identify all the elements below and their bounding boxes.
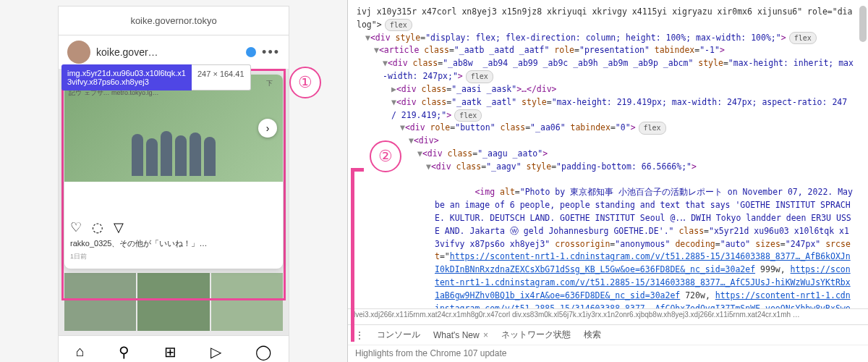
add-icon[interactable]: ⊞: [164, 343, 176, 361]
thumbnail[interactable]: [137, 273, 209, 331]
post-card: 東京都… 小池知事 の活動… 下記ウ ェブサ… metro.tokyo.lg… …: [64, 75, 283, 269]
scrollbar[interactable]: [859, 6, 867, 295]
thumbnail-row: [64, 273, 283, 331]
page-preview-pane: koike.governor.tokyo ✕ koike.gover… ••• …: [0, 0, 347, 362]
annotation-corner-2: [351, 168, 364, 342]
tooltip-selector: img.x5yr21d.xu96u03.x10l6tqk.x13vifvy.x8…: [61, 64, 192, 90]
devtools-screenshot: koike.governor.tokyo ✕ koike.gover… ••• …: [0, 0, 868, 362]
dom-node[interactable]: ▼<div style="display: flex; flex-directi…: [357, 32, 854, 45]
post-image[interactable]: 東京都… 小池知事 の活動… 下記ウ ェブサ… metro.tokyo.lg… …: [64, 75, 283, 182]
dom-tree[interactable]: ivj x10y315r x47corl xn8yej3 x15n9jz8 xk…: [348, 0, 868, 308]
likes-text[interactable]: rakko_0325、その他が「いいね！」…: [64, 238, 283, 249]
reels-icon[interactable]: ▷: [210, 343, 221, 361]
dom-node[interactable]: ▼<div class="_aagu _aato">: [357, 148, 854, 161]
avatar[interactable]: [67, 41, 90, 64]
timestamp: 1日前: [64, 249, 283, 269]
profile-icon[interactable]: ◯: [255, 343, 271, 361]
tab-search[interactable]: 検索: [584, 329, 601, 341]
dom-node[interactable]: ▼<div class="_aatk _aatl" style="max-hei…: [357, 96, 854, 122]
dom-node[interactable]: ▼<div class="_ab8w _ab94 _ab99 _ab9c _ab…: [357, 57, 854, 83]
whats-new-headline: Highlights from the Chrome 107 update: [348, 345, 868, 362]
home-icon[interactable]: ⌂: [76, 343, 85, 360]
phone-frame: koike.governor.tokyo ✕ koike.gover… ••• …: [58, 6, 289, 362]
username-label: koike.gover…: [96, 46, 240, 58]
inspector-tooltip: img.x5yr21d.xu96u03.x10l6tqk.x13vifvy.x8…: [61, 64, 251, 90]
next-arrow-icon[interactable]: ›: [258, 119, 277, 138]
verified-badge-icon: [246, 47, 256, 57]
thumbnail[interactable]: [211, 273, 283, 331]
breadcrumb[interactable]: lvei3.xdj266r.x11i5rnm.xat24cr.x1mh8g0r.…: [348, 308, 868, 324]
action-row: ♡ ◌ ▽: [64, 212, 283, 238]
flex-badge[interactable]: flex: [385, 19, 412, 32]
dom-node[interactable]: ▶<div class="_aasi _aask">…</div>: [357, 83, 854, 96]
close-icon[interactable]: ✕: [267, 14, 281, 28]
annotation-badge-1: ①: [289, 67, 321, 98]
more-icon[interactable]: •••: [262, 45, 280, 60]
tooltip-dimensions: 247 × 164.41: [192, 64, 251, 90]
dom-node-img[interactable]: <img alt="Photo by 東京都知事 小池百合子の活動レポート on…: [357, 174, 854, 308]
header-username: koike.governor.tokyo: [130, 15, 216, 26]
comment-icon[interactable]: ◌: [92, 219, 103, 235]
share-icon[interactable]: ▽: [114, 219, 124, 235]
bottom-nav: ⌂ ⚲ ⊞ ▷ ◯: [59, 335, 289, 362]
post-card-area: img.x5yr21d.xu96u03.x10l6tqk.x13vifvy.x8…: [59, 69, 289, 337]
tab-console[interactable]: コンソール: [377, 329, 420, 341]
devtools-elements-panel: ② ivj x10y315r x47corl xn8yej3 x15n9jz8 …: [347, 0, 868, 362]
dom-node[interactable]: ▼<div>: [357, 135, 854, 148]
thumbnail[interactable]: [64, 273, 136, 331]
dom-node[interactable]: ivj x10y315r x47corl xn8yej3 x15n9jz8 xk…: [357, 6, 854, 32]
dom-node[interactable]: ▼<article class="_aatb _aatd _aatf" role…: [357, 44, 854, 57]
drawer-tabs: ⋮ コンソール What's New × ネットワーク状態 検索: [348, 324, 868, 345]
modal-header: koike.governor.tokyo ✕: [59, 7, 289, 35]
tab-network-conditions[interactable]: ネットワーク状態: [501, 329, 571, 341]
tab-whats-new[interactable]: What's New ×: [433, 330, 488, 340]
search-icon[interactable]: ⚲: [119, 343, 129, 361]
annotation-badge-2: ②: [370, 140, 401, 172]
like-icon[interactable]: ♡: [70, 219, 82, 235]
dom-node[interactable]: ▼<div role="button" class="_aa06" tabind…: [357, 122, 854, 135]
dom-node[interactable]: ▼<div class="_aagv" style="padding-botto…: [357, 161, 854, 174]
close-icon[interactable]: ×: [481, 330, 488, 340]
